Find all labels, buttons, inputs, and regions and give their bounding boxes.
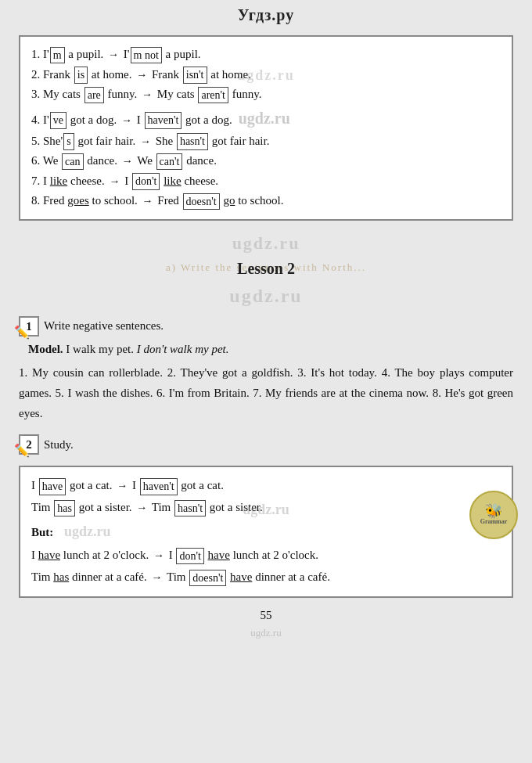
study-box-4-1: doesn't <box>189 570 226 587</box>
site-header: Угдз.ру <box>0 0 532 27</box>
task1-model: Model. I walk my pet. I don't walk my pe… <box>28 343 513 356</box>
box-1-1: m <box>50 47 65 64</box>
task2-instruction: Study. <box>44 438 74 452</box>
box-2-2: isn't <box>183 67 207 84</box>
exercise1-line6: 6. We can dance. → We can't dance. <box>31 151 501 171</box>
study-line4: Tim has dinner at a café. → Tim doesn't … <box>31 567 501 588</box>
box-3-2: aren't <box>198 87 228 104</box>
underline-7-1: like <box>50 175 68 187</box>
underline-8-1: goes <box>67 194 89 207</box>
model-answer: I don't walk my pet. <box>137 343 229 355</box>
exercise1-line7: 7. I like cheese. → I don't like cheese. <box>31 171 501 192</box>
study-box-2-1: has <box>54 500 75 517</box>
task1-area: 1 ✏️ Write negative sentences. Model. I … <box>19 311 513 424</box>
study-but: But: ugdz.ru <box>31 519 501 545</box>
exercise1-line3: 3. My cats are funny. → My cats aren't f… <box>31 85 501 105</box>
task1-num-box: 1 ✏️ <box>19 316 39 337</box>
exercise1-line4: 4. I've got a dog. → I haven't got a dog… <box>31 105 501 131</box>
box-4-1: ve <box>50 112 66 129</box>
study-box: ugdz.ru I have got a cat. → I haven't go… <box>19 466 513 597</box>
watermark-after-lesson: ugdz.ru <box>19 286 513 307</box>
exercise1-line1: 1. I'm a pupil. → I'm not a pupil. <box>31 45 501 65</box>
box-4-2: haven't <box>145 112 182 129</box>
box-8-2: doesn't <box>183 193 220 211</box>
model-sentence: I walk my pet. <box>66 343 134 355</box>
task2-num-box: 2 ✏️ <box>19 434 39 455</box>
study-ul-4-1: has <box>53 570 69 583</box>
box-5-1: s <box>63 133 74 150</box>
watermark-line4: ugdz.ru <box>239 110 290 127</box>
study-line3: I have lunch at 2 o'clock. → I don't hav… <box>31 545 501 567</box>
study-box-3-1: don't <box>176 548 203 565</box>
box-1-2: m not <box>131 47 162 64</box>
box-3-1: are <box>84 87 104 104</box>
page-number: 55 <box>19 609 513 622</box>
pencil-icon-1: ✏️ <box>14 324 30 341</box>
grammar-circle: 🐝 Grammar <box>469 491 518 539</box>
exercise1-line8: 8. Fred goes to school. → Fred doesn't g… <box>31 191 501 211</box>
task1-instruction: Write negative sentences. <box>44 319 164 333</box>
box-2-1: is <box>74 67 88 84</box>
grammar-badge: 🐝 Grammar <box>469 491 518 539</box>
footer-watermark: ugdz.ru <box>19 627 513 639</box>
exercise1-line5: 5. She's got fair hair. → She hasn't got… <box>31 131 501 152</box>
study-box-1-2: haven't <box>140 478 178 495</box>
task2-label: 2 ✏️ Study. <box>19 434 74 455</box>
grammar-label: Grammar <box>480 518 508 526</box>
box-7-2: don't <box>132 173 160 190</box>
box-6-1: can <box>62 153 83 171</box>
but-label: But: <box>31 526 53 538</box>
bee-icon: 🐝 <box>485 504 502 518</box>
box-6-2: can't <box>156 153 183 171</box>
exercise1-box: ugdz.ru 1. I'm a pupil. → I'm not a pupi… <box>19 35 513 221</box>
study-box-1-1: have <box>39 478 66 495</box>
model-label: Model. <box>28 343 63 355</box>
study-ul-4-2: have <box>230 570 252 583</box>
study-box-2-2: hasn't <box>174 500 206 517</box>
study-ul-3-2: have <box>208 549 230 561</box>
pencil-icon-2: ✏️ <box>14 442 30 459</box>
lesson-header-area: a) Write the sentences with North... Les… <box>19 260 513 278</box>
box-5-2: hasn't <box>177 133 208 150</box>
exercise1-line2: 2. Frank is at home. → Frank isn't at ho… <box>31 65 501 85</box>
task1-label: 1 ✏️ Write negative sentences. <box>19 316 164 337</box>
task1-sentences: 1. My cousin can rollerblade. 2. They've… <box>19 362 513 424</box>
study-line2: Tim has got a sister. → Tim hasn't got a… <box>31 497 501 519</box>
underline-8-2: go <box>223 194 235 207</box>
study-ul-3-1: have <box>38 549 60 561</box>
site-title: Угдз.ру <box>238 6 294 23</box>
watermark-mid: ugdz.ru <box>19 233 513 254</box>
task2-area: 2 ✏️ Study. ugdz.ru I have got a cat. → … <box>19 430 513 597</box>
lesson-title: Lesson 2 <box>19 260 513 278</box>
watermark-but: ugdz.ru <box>64 524 111 539</box>
study-line1: I have got a cat. → I haven't got a cat. <box>31 475 501 497</box>
underline-7-2: like <box>164 175 182 187</box>
